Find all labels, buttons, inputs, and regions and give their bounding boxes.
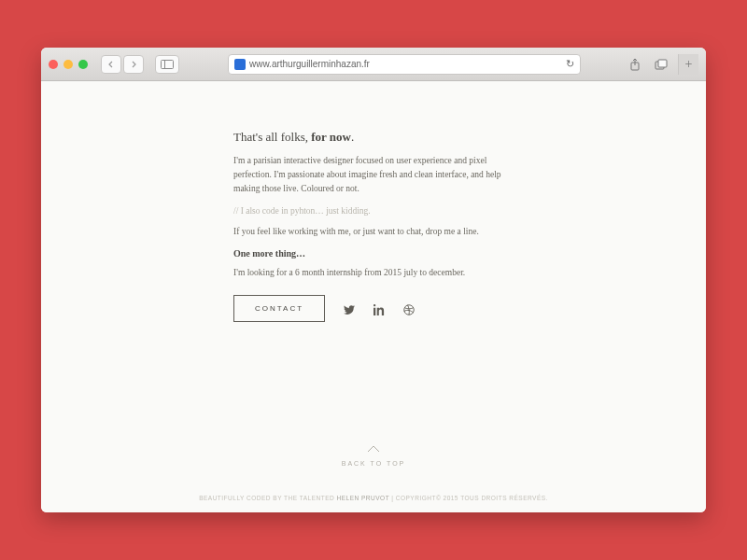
close-window-button[interactable] xyxy=(49,60,58,69)
heading-bold: for now xyxy=(311,130,351,144)
url-text: www.arthurguillerminhazan.fr xyxy=(249,59,370,69)
footer-credit-name[interactable]: HELEN PRUVOT xyxy=(337,495,389,501)
browser-window: www.arthurguillerminhazan.fr ↻ + That's … xyxy=(41,48,706,512)
favicon-icon xyxy=(234,59,246,70)
contact-button[interactable]: CONTACT xyxy=(233,295,325,322)
svg-rect-4 xyxy=(658,60,667,67)
footer-suffix: | COPYRIGHT© 2015 TOUS DROITS RÉSERVÉS. xyxy=(389,495,548,501)
sidebar-toggle-button[interactable] xyxy=(155,55,179,74)
back-button[interactable] xyxy=(101,55,121,74)
svg-rect-0 xyxy=(162,60,174,68)
code-comment: // I also code in pyhton… just kidding. xyxy=(233,206,514,216)
traffic-lights xyxy=(49,60,88,69)
actions-row: CONTACT xyxy=(233,295,514,322)
internship-paragraph: I'm looking for a 6 month internship fro… xyxy=(233,266,514,280)
forward-button[interactable] xyxy=(123,55,144,74)
share-button[interactable] xyxy=(624,55,646,74)
subheading: One more thing… xyxy=(233,248,514,259)
footer-prefix: BEAUTIFULLY CODED BY THE TALENTED xyxy=(199,495,336,501)
linkedin-icon[interactable] xyxy=(374,302,385,314)
page-heading: That's all folks, for now. xyxy=(233,130,514,145)
social-links xyxy=(344,302,415,314)
nav-buttons xyxy=(101,55,144,74)
intro-paragraph: I'm a parisian interactive designer focu… xyxy=(233,154,514,197)
back-to-top[interactable]: BACK TO TOP xyxy=(41,426,706,483)
url-bar[interactable]: www.arthurguillerminhazan.fr ↻ xyxy=(228,54,581,75)
minimize-window-button[interactable] xyxy=(63,60,73,69)
heading-post: . xyxy=(351,130,354,144)
tabs-button[interactable] xyxy=(650,55,672,74)
reload-button[interactable]: ↻ xyxy=(566,58,574,70)
back-to-top-label: BACK TO TOP xyxy=(342,460,406,467)
text-block: That's all folks, for now. I'm a parisia… xyxy=(233,130,514,322)
footer: BEAUTIFULLY CODED BY THE TALENTED HELEN … xyxy=(41,483,706,512)
browser-titlebar: www.arthurguillerminhazan.fr ↻ + xyxy=(41,48,706,81)
toolbar-right xyxy=(624,55,672,74)
contact-paragraph: If you feel like working with me, or jus… xyxy=(233,225,514,239)
heading-pre: That's all folks, xyxy=(233,130,311,144)
page-content: That's all folks, for now. I'm a parisia… xyxy=(41,81,706,512)
dribbble-icon[interactable] xyxy=(403,302,415,314)
twitter-icon[interactable] xyxy=(344,302,355,314)
main-section: That's all folks, for now. I'm a parisia… xyxy=(41,81,706,426)
new-tab-button[interactable]: + xyxy=(678,54,698,75)
chevron-up-icon xyxy=(41,444,706,455)
maximize-window-button[interactable] xyxy=(78,60,88,69)
